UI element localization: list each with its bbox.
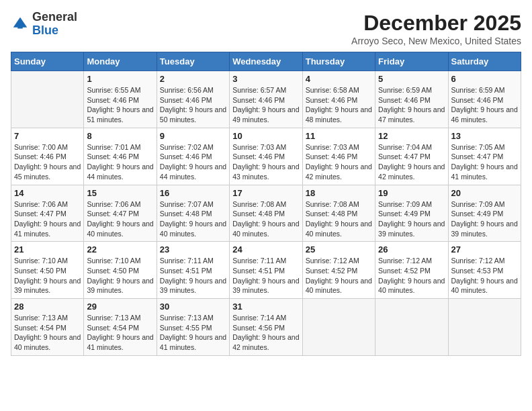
day-number: 12 xyxy=(378,131,445,141)
day-info: Sunrise: 7:13 AMSunset: 4:55 PMDaylight:… xyxy=(160,313,226,353)
svg-rect-1 xyxy=(17,24,22,28)
weekday-header-saturday: Saturday xyxy=(448,52,521,71)
day-number: 5 xyxy=(378,74,445,84)
calendar-cell: 23Sunrise: 7:11 AMSunset: 4:51 PMDayligh… xyxy=(157,242,229,299)
weekday-header-sunday: Sunday xyxy=(11,52,84,71)
day-info: Sunrise: 7:01 AMSunset: 4:46 PMDaylight:… xyxy=(87,142,153,182)
calendar-cell: 28Sunrise: 7:13 AMSunset: 4:54 PMDayligh… xyxy=(11,299,84,356)
calendar-cell: 26Sunrise: 7:12 AMSunset: 4:52 PMDayligh… xyxy=(375,242,448,299)
day-number: 14 xyxy=(14,188,81,198)
calendar-cell: 15Sunrise: 7:06 AMSunset: 4:47 PMDayligh… xyxy=(84,185,157,242)
day-number: 1 xyxy=(87,74,153,84)
calendar-cell: 9Sunrise: 7:02 AMSunset: 4:46 PMDaylight… xyxy=(157,128,229,185)
day-info: Sunrise: 6:57 AMSunset: 4:46 PMDaylight:… xyxy=(232,85,299,125)
day-number: 30 xyxy=(160,302,226,312)
weekday-header-tuesday: Tuesday xyxy=(157,52,229,71)
calendar-cell: 17Sunrise: 7:08 AMSunset: 4:48 PMDayligh… xyxy=(230,185,302,242)
day-number: 24 xyxy=(232,244,299,255)
calendar-cell: 24Sunrise: 7:11 AMSunset: 4:51 PMDayligh… xyxy=(230,242,302,299)
calendar-cell: 11Sunrise: 7:03 AMSunset: 4:46 PMDayligh… xyxy=(302,128,375,185)
logo-general: General xyxy=(32,10,77,24)
weekday-header-thursday: Thursday xyxy=(302,52,375,71)
calendar-cell: 25Sunrise: 7:12 AMSunset: 4:52 PMDayligh… xyxy=(302,242,375,299)
calendar-cell: 6Sunrise: 6:59 AMSunset: 4:46 PMDaylight… xyxy=(448,71,521,128)
day-info: Sunrise: 7:05 AMSunset: 4:47 PMDaylight:… xyxy=(451,142,518,182)
calendar-cell: 30Sunrise: 7:13 AMSunset: 4:55 PMDayligh… xyxy=(157,299,229,356)
day-number: 6 xyxy=(451,74,518,84)
day-number: 28 xyxy=(14,302,81,312)
day-number: 29 xyxy=(87,302,153,312)
day-info: Sunrise: 7:02 AMSunset: 4:46 PMDaylight:… xyxy=(160,142,226,182)
calendar-cell: 21Sunrise: 7:10 AMSunset: 4:50 PMDayligh… xyxy=(11,242,84,299)
day-info: Sunrise: 7:06 AMSunset: 4:47 PMDaylight:… xyxy=(14,199,81,239)
day-info: Sunrise: 7:06 AMSunset: 4:47 PMDaylight:… xyxy=(87,199,153,239)
day-info: Sunrise: 6:59 AMSunset: 4:46 PMDaylight:… xyxy=(378,85,445,125)
weekday-header-friday: Friday xyxy=(375,52,448,71)
day-number: 8 xyxy=(87,131,153,141)
day-number: 7 xyxy=(14,131,81,141)
day-info: Sunrise: 7:09 AMSunset: 4:49 PMDaylight:… xyxy=(451,199,518,239)
day-number: 10 xyxy=(232,131,299,141)
calendar-cell: 10Sunrise: 7:03 AMSunset: 4:46 PMDayligh… xyxy=(230,128,302,185)
calendar-cell: 5Sunrise: 6:59 AMSunset: 4:46 PMDaylight… xyxy=(375,71,448,128)
day-number: 2 xyxy=(160,74,226,84)
month-title: December 2025 xyxy=(351,11,521,36)
day-number: 26 xyxy=(378,244,445,255)
week-row-0: 1Sunrise: 6:55 AMSunset: 4:46 PMDaylight… xyxy=(11,71,521,128)
calendar-cell: 3Sunrise: 6:57 AMSunset: 4:46 PMDaylight… xyxy=(230,71,302,128)
calendar-cell xyxy=(302,299,375,356)
day-info: Sunrise: 7:04 AMSunset: 4:47 PMDaylight:… xyxy=(378,142,445,182)
logo-text: General Blue xyxy=(32,11,77,38)
day-info: Sunrise: 7:09 AMSunset: 4:49 PMDaylight:… xyxy=(378,199,445,239)
day-number: 23 xyxy=(160,244,226,255)
title-block: December 2025 Arroyo Seco, New Mexico, U… xyxy=(351,11,521,46)
calendar-cell: 4Sunrise: 6:58 AMSunset: 4:46 PMDaylight… xyxy=(302,71,375,128)
calendar-cell: 2Sunrise: 6:56 AMSunset: 4:46 PMDaylight… xyxy=(157,71,229,128)
calendar-cell: 31Sunrise: 7:14 AMSunset: 4:56 PMDayligh… xyxy=(230,299,302,356)
day-number: 19 xyxy=(378,188,445,198)
day-number: 15 xyxy=(87,188,153,198)
day-info: Sunrise: 6:56 AMSunset: 4:46 PMDaylight:… xyxy=(160,85,226,125)
day-info: Sunrise: 7:00 AMSunset: 4:46 PMDaylight:… xyxy=(14,142,81,182)
day-info: Sunrise: 6:58 AMSunset: 4:46 PMDaylight:… xyxy=(306,85,372,125)
calendar-cell: 18Sunrise: 7:08 AMSunset: 4:48 PMDayligh… xyxy=(302,185,375,242)
page-header: General Blue December 2025 Arroyo Seco, … xyxy=(11,11,521,46)
location: Arroyo Seco, New Mexico, United States xyxy=(351,36,521,46)
calendar-cell: 19Sunrise: 7:09 AMSunset: 4:49 PMDayligh… xyxy=(375,185,448,242)
day-number: 11 xyxy=(306,131,372,141)
day-info: Sunrise: 7:08 AMSunset: 4:48 PMDaylight:… xyxy=(306,199,372,239)
day-number: 31 xyxy=(232,302,299,312)
week-row-3: 21Sunrise: 7:10 AMSunset: 4:50 PMDayligh… xyxy=(11,242,521,299)
day-info: Sunrise: 7:03 AMSunset: 4:46 PMDaylight:… xyxy=(232,142,299,182)
day-number: 21 xyxy=(14,244,81,255)
day-number: 3 xyxy=(232,74,299,84)
day-number: 13 xyxy=(451,131,518,141)
day-number: 9 xyxy=(160,131,226,141)
calendar-cell: 1Sunrise: 6:55 AMSunset: 4:46 PMDaylight… xyxy=(84,71,157,128)
day-number: 20 xyxy=(451,188,518,198)
logo-icon xyxy=(11,15,30,34)
day-info: Sunrise: 7:12 AMSunset: 4:52 PMDaylight:… xyxy=(306,256,372,295)
day-number: 16 xyxy=(160,188,226,198)
day-info: Sunrise: 6:55 AMSunset: 4:46 PMDaylight:… xyxy=(87,85,153,125)
day-number: 18 xyxy=(306,188,372,198)
day-info: Sunrise: 7:03 AMSunset: 4:46 PMDaylight:… xyxy=(306,142,372,182)
calendar-cell: 29Sunrise: 7:13 AMSunset: 4:54 PMDayligh… xyxy=(84,299,157,356)
day-info: Sunrise: 7:07 AMSunset: 4:48 PMDaylight:… xyxy=(160,199,226,239)
calendar-cell: 12Sunrise: 7:04 AMSunset: 4:47 PMDayligh… xyxy=(375,128,448,185)
week-row-2: 14Sunrise: 7:06 AMSunset: 4:47 PMDayligh… xyxy=(11,185,521,242)
weekday-header-row: SundayMondayTuesdayWednesdayThursdayFrid… xyxy=(11,52,521,71)
day-info: Sunrise: 7:12 AMSunset: 4:53 PMDaylight:… xyxy=(451,256,518,295)
calendar-table: SundayMondayTuesdayWednesdayThursdayFrid… xyxy=(11,52,521,356)
day-number: 22 xyxy=(87,244,153,255)
calendar-cell: 16Sunrise: 7:07 AMSunset: 4:48 PMDayligh… xyxy=(157,185,229,242)
weekday-header-wednesday: Wednesday xyxy=(230,52,302,71)
calendar-cell: 27Sunrise: 7:12 AMSunset: 4:53 PMDayligh… xyxy=(448,242,521,299)
day-info: Sunrise: 7:11 AMSunset: 4:51 PMDaylight:… xyxy=(232,256,299,295)
day-info: Sunrise: 6:59 AMSunset: 4:46 PMDaylight:… xyxy=(451,85,518,125)
day-number: 4 xyxy=(306,74,372,84)
day-info: Sunrise: 7:10 AMSunset: 4:50 PMDaylight:… xyxy=(14,256,81,295)
day-number: 27 xyxy=(451,244,518,255)
logo-blue: Blue xyxy=(32,24,58,37)
day-info: Sunrise: 7:14 AMSunset: 4:56 PMDaylight:… xyxy=(232,313,299,353)
